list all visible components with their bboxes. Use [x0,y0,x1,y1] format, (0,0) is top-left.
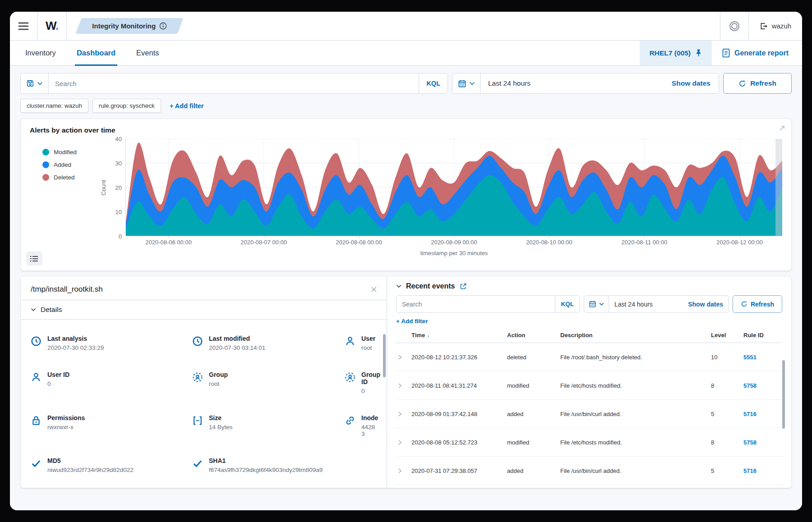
x-axis-title: timestamp per 30 minutes [126,250,782,256]
show-dates-button[interactable]: Show dates [664,73,719,93]
save-icon [26,79,34,87]
details-scrollbar[interactable] [383,334,386,377]
expand-row-icon[interactable] [396,440,411,445]
x-axis-tick-label: 2020-08-08 00:00 [336,239,382,246]
recent-events-time-range-button[interactable]: Last 24 hours [609,296,683,312]
rule-id-link[interactable]: 5758 [743,382,757,389]
chart-legend-toggle-button[interactable] [26,252,42,266]
group-icon [192,372,203,383]
event-row[interactable]: 2020-08-09 01:37:42.148 added File /usr/… [396,400,782,428]
chevron-down-icon[interactable] [396,284,401,288]
event-row[interactable]: 2020-08-11 08:41:31.274 modified File /e… [396,371,782,400]
user-icon [345,336,355,347]
x-axis-tick-mark [169,236,169,238]
recent-events-kql-button[interactable]: KQL [555,296,580,312]
x-axis-tick-label: 2020-08-06 00:00 [145,239,192,246]
link-icon [345,415,355,426]
detail-sha1: SHA1f674as9fh3729dkgt6f4k903ndy29tm809a9 [192,457,345,473]
file-details-pane: /tmp/install_rootkit.sh Details Last ana… [21,276,387,488]
rule-id-link[interactable]: 5716 [743,467,757,474]
event-row[interactable]: 2020-08-12 10:21:37.326 deleted File /ro… [396,343,782,371]
rule-id-link[interactable]: 5716 [743,411,757,417]
search-input[interactable] [49,73,419,93]
events-table-scrollbar[interactable] [782,360,785,429]
filter-pill[interactable]: cluster.name: wazuh [20,99,88,113]
health-status-button[interactable] [720,12,748,40]
detail-permissions: Permissionsrwxrwxr-x [31,414,192,437]
user-menu-button[interactable]: wazuh [749,12,802,40]
tab-events[interactable]: Events [136,41,159,65]
recent-events-add-filter-link[interactable]: + Add filter [396,318,428,325]
legend-item-modified[interactable]: Modified [42,149,98,156]
tab-dashboard[interactable]: Dashboard [77,41,115,65]
clock-icon [192,336,203,347]
generate-report-button[interactable]: Generate report [712,41,802,65]
expand-row-icon[interactable] [396,354,411,360]
column-time[interactable]: Time↓ [411,332,507,339]
column-level[interactable]: Level [711,332,743,339]
chart-legend: Modified Added Deleted [30,139,98,236]
expand-row-icon[interactable] [396,383,411,389]
recent-events-query-bar: KQL Last 24 hours Show dates Refresh [396,295,782,313]
user-menu-label: wazuh [772,22,791,30]
info-icon[interactable] [159,22,167,30]
kql-toggle-button[interactable]: KQL [419,73,448,93]
recent-events-refresh-button[interactable]: Refresh [733,295,782,313]
event-row[interactable]: 2020-08-08 05:12:52.723 modified File /e… [396,428,782,457]
x-axis-tick-label: 2020-08-07 00:00 [240,239,287,246]
details-accordion-toggle[interactable]: Details [21,300,387,320]
close-icon[interactable] [369,285,378,294]
detail-size: Size14 Bytes [192,414,345,437]
add-filter-link[interactable]: + Add filter [170,102,204,110]
x-axis-tick-label: 2020-08-12 00:00 [716,239,763,246]
calendar-menu-button[interactable] [452,73,481,93]
expand-panel-icon[interactable] [779,125,785,132]
calendar-menu-button[interactable] [584,296,609,312]
column-rule-id[interactable]: Rule ID [743,332,782,339]
y-axis-tick-labels: 010203040 [108,139,125,236]
expand-row-icon[interactable] [396,411,411,417]
tab-bar-right: RHEL7 (005) Generate report [640,41,802,65]
chevron-down-icon [37,82,43,85]
filter-bar: cluster.name: wazuh rule.group: syscheck… [20,99,792,113]
expand-row-icon[interactable] [396,468,411,474]
y-axis-tick-label: 20 [115,184,122,191]
top-header-bar: W. Integrity Monitoring wazuh [10,12,802,41]
wazuh-logo[interactable]: W. [37,12,66,40]
recent-events-show-dates-button[interactable]: Show dates [683,296,729,312]
check-icon [31,458,42,469]
filter-pill[interactable]: rule.group: syscheck [92,99,161,113]
sort-descending-icon[interactable]: ↓ [427,332,430,339]
pin-icon[interactable] [695,49,702,57]
breadcrumb-badge[interactable]: Integrity Monitoring [78,18,180,34]
global-query-bar: KQL Last 24 hours Show dates Refresh [20,73,792,94]
x-axis-tick-label: 2020-08-10 00:00 [526,239,572,246]
recent-events-search-input[interactable] [397,296,555,312]
calendar-icon [589,300,596,308]
time-range-button[interactable]: Last 24 hours [481,73,664,93]
hamburger-menu-icon [18,22,29,31]
column-description[interactable]: Description [560,332,711,339]
chart-plot-area[interactable]: 2020-08-06 00:002020-08-07 00:002020-08-… [125,139,782,236]
check-icon [192,458,203,469]
saved-queries-button[interactable] [21,73,49,93]
y-axis-tick-label: 40 [115,136,122,142]
x-axis-tick-label: 2020-08-11 00:00 [622,239,668,246]
y-axis-tick-label: 0 [119,233,122,240]
event-row[interactable]: 2020-07-31 07:29:38.057 added File /usr/… [396,457,782,485]
breadcrumb: Integrity Monitoring [67,12,192,40]
column-action[interactable]: Action [507,332,560,339]
legend-swatch [42,174,49,181]
tab-inventory[interactable]: Inventory [25,41,56,65]
external-link-icon[interactable] [460,283,467,290]
legend-item-deleted[interactable]: Deleted [42,174,98,181]
refresh-button[interactable]: Refresh [723,73,792,94]
legend-item-added[interactable]: Added [42,161,98,168]
menu-button[interactable] [10,12,37,40]
page-content: KQL Last 24 hours Show dates Refresh clu… [10,66,802,510]
refresh-icon [741,301,747,307]
rule-id-link[interactable]: 5551 [743,354,757,361]
app-window: W. Integrity Monitoring wazuh Inven [10,12,802,510]
agent-selector-button[interactable]: RHEL7 (005) [640,41,712,65]
rule-id-link[interactable]: 5758 [743,439,757,446]
